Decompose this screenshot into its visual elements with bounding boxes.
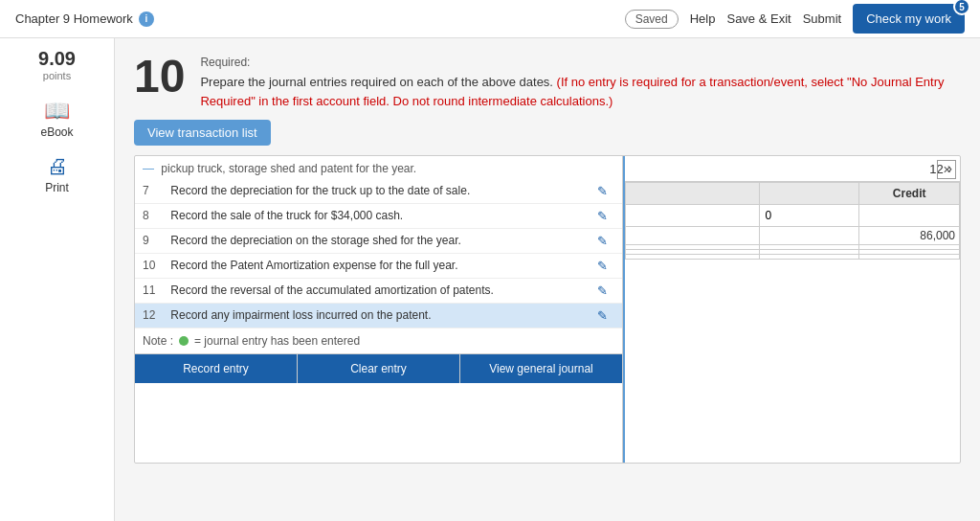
table-row: 8 Record the sale of the truck for $34,0…	[135, 204, 622, 229]
print-icon: 🖨	[47, 154, 68, 179]
entry-num: 7	[135, 179, 163, 204]
save-exit-button[interactable]: Save & Exit	[726, 11, 791, 26]
entry-desc: Record the depreciation on the storage s…	[163, 229, 590, 254]
entry-desc: Record the sale of the truck for $34,000…	[163, 204, 590, 229]
main-layout: 9.09 points 📖 eBook 🖨 Print 10 Required:…	[0, 38, 980, 521]
help-button[interactable]: Help	[690, 11, 716, 26]
note-label: Note :	[143, 334, 173, 348]
journal-row	[626, 255, 960, 260]
credit-cell	[859, 255, 960, 260]
close-button[interactable]: ✕	[937, 160, 956, 179]
entry-desc: Record the depreciation for the truck up…	[163, 179, 590, 204]
journal-row	[626, 205, 960, 227]
action-buttons: Record entry Clear entry View general jo…	[135, 353, 622, 383]
points-value: 9.09	[38, 48, 76, 70]
table-row: 7 Record the depreciation for the truck …	[135, 179, 622, 204]
question-number: 10	[134, 54, 185, 100]
journal-table: Credit 86,000	[625, 182, 960, 260]
chapter-title: Chapter 9 Homework	[15, 11, 133, 26]
header-actions: Saved Help Save & Exit Submit Check my w…	[625, 4, 965, 34]
edit-icon[interactable]: ✎	[597, 184, 608, 198]
content-area: 10 Required: Prepare the journal entries…	[115, 38, 980, 521]
table-row: 11 Record the reversal of the accumulate…	[135, 279, 622, 304]
edit-icon[interactable]: ✎	[597, 234, 608, 248]
entry-num: 10	[135, 254, 163, 279]
intro-text: — pickup truck, storage shed and patent …	[135, 156, 622, 179]
info-icon[interactable]: i	[139, 11, 154, 27]
view-transaction-button[interactable]: View transaction list	[134, 120, 271, 146]
table-row-selected: 12 Record any impairment loss incurred o…	[135, 304, 622, 328]
header-title-area: Chapter 9 Homework i	[15, 11, 154, 27]
transaction-panel: ✕ — pickup truck, storage shed and paten…	[134, 155, 961, 464]
question-text: Required: Prepare the journal entries re…	[200, 54, 961, 110]
entry-desc: Record the reversal of the accumulated a…	[163, 279, 590, 304]
points-label: points	[38, 70, 76, 81]
edit-icon[interactable]: ✎	[597, 209, 608, 223]
close-icon: ✕	[943, 164, 951, 176]
entry-desc: Record the Patent Amortization expense f…	[163, 254, 590, 279]
debit-cell	[759, 255, 859, 260]
table-row: 9 Record the depreciation on the storage…	[135, 229, 622, 254]
view-general-journal-button[interactable]: View general journal	[460, 354, 622, 383]
print-button[interactable]: 🖨 Print	[19, 148, 96, 200]
entries-table: 7 Record the depreciation for the truck …	[135, 179, 622, 328]
journal-nav: 12 ›	[625, 156, 960, 182]
note-row: Note : = journal entry has been entered	[135, 328, 622, 353]
account-cell	[626, 205, 760, 227]
instruction-text: Prepare the journal entries required on …	[200, 75, 553, 89]
ebook-icon: 📖	[44, 99, 70, 124]
right-panel: 12 › Credit	[625, 156, 960, 463]
sidebar: 9.09 points 📖 eBook 🖨 Print	[0, 38, 115, 521]
clear-entry-button[interactable]: Clear entry	[298, 354, 460, 383]
submit-button[interactable]: Submit	[803, 11, 841, 26]
credit-cell	[859, 205, 960, 227]
account-col-header	[626, 183, 760, 205]
points-area: 9.09 points	[38, 48, 76, 81]
entry-num: 8	[135, 204, 163, 229]
credit-col-header: Credit	[859, 183, 960, 205]
edit-icon[interactable]: ✎	[597, 308, 608, 323]
ebook-label: eBook	[40, 125, 73, 139]
left-panel: ✕ — pickup truck, storage shed and paten…	[135, 156, 623, 463]
record-entry-button[interactable]: Record entry	[135, 354, 298, 383]
check-badge: 5	[953, 0, 970, 15]
print-label: Print	[45, 181, 69, 194]
entry-num: 9	[135, 229, 163, 254]
table-row: 10 Record the Patent Amortization expens…	[135, 254, 622, 279]
green-dot-icon	[179, 336, 189, 346]
required-label: Required:	[200, 54, 961, 71]
debit-cell	[759, 205, 859, 227]
saved-badge: Saved	[625, 10, 679, 29]
check-my-work-wrap: Check my work 5	[853, 4, 965, 34]
ebook-button[interactable]: 📖 eBook	[19, 93, 96, 145]
debit-input[interactable]	[764, 207, 856, 224]
debit-cell	[759, 227, 859, 245]
check-my-work-button[interactable]: Check my work	[853, 4, 965, 34]
account-cell	[626, 227, 760, 245]
debit-col-header	[759, 183, 859, 205]
entry-num: 11	[135, 279, 163, 304]
journal-row: 86,000	[626, 227, 960, 245]
entry-desc: Record any impairment loss incurred on t…	[163, 304, 590, 328]
account-cell	[626, 255, 760, 260]
note-text: = journal entry has been entered	[194, 334, 360, 348]
question-header: 10 Required: Prepare the journal entries…	[134, 54, 961, 110]
edit-icon[interactable]: ✎	[597, 259, 608, 273]
app-header: Chapter 9 Homework i Saved Help Save & E…	[0, 0, 980, 38]
edit-icon[interactable]: ✎	[597, 283, 608, 298]
entry-num: 12	[135, 304, 163, 328]
credit-value: 86,000	[859, 227, 960, 245]
